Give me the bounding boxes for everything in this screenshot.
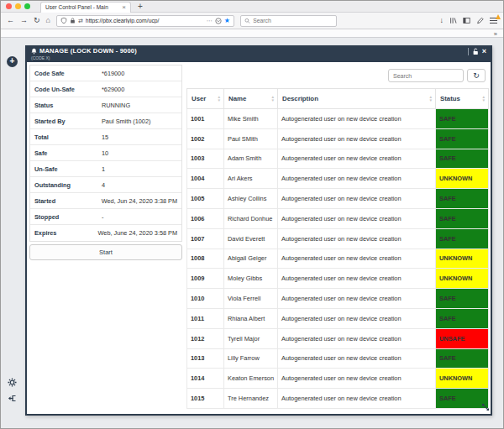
status-badge: UNSAFE bbox=[436, 328, 489, 348]
menu-icon[interactable] bbox=[490, 17, 497, 24]
table-row[interactable]: 1008Abigail GeigerAutogenerated user on … bbox=[187, 249, 489, 269]
info-label: Code Safe bbox=[34, 70, 102, 77]
description-cell: Autogenerated user on new device creatio… bbox=[278, 328, 436, 348]
column-header-name[interactable]: Name▲▼ bbox=[224, 89, 278, 109]
panel-header: MANAGE (LOCK DOWN - 9000) (CODE X) × bbox=[27, 45, 491, 62]
panel-close-icon[interactable]: × bbox=[482, 48, 486, 55]
tab-close-icon[interactable]: × bbox=[122, 3, 126, 11]
info-row: Started ByPaul Smith (1002) bbox=[30, 113, 181, 129]
description-cell: Autogenerated user on new device creatio… bbox=[278, 389, 436, 409]
user-cell: 1010 bbox=[187, 289, 224, 309]
info-label: Stopped bbox=[34, 213, 102, 221]
user-cell: 1007 bbox=[187, 228, 224, 249]
reload-button[interactable]: ↻ bbox=[34, 17, 40, 24]
status-badge: UNKNOWN bbox=[436, 369, 489, 389]
close-window-button[interactable] bbox=[6, 3, 12, 9]
user-status-table: User▲▼Name▲▼Description▲▼Status▲▼ 1001Mi… bbox=[186, 88, 489, 409]
status-badge: SAFE bbox=[436, 109, 489, 129]
name-cell: Tyrell Major bbox=[224, 328, 278, 348]
logout-icon[interactable] bbox=[8, 391, 17, 406]
info-label: Status bbox=[34, 102, 102, 109]
name-cell: Ashley Collins bbox=[224, 189, 278, 209]
back-button[interactable]: ← bbox=[7, 17, 14, 24]
bookmark-star-icon[interactable]: ★ bbox=[224, 18, 230, 24]
downloads-icon[interactable]: ↓ bbox=[440, 17, 444, 24]
pocket-icon[interactable] bbox=[215, 18, 222, 24]
column-header-status[interactable]: Status▲▼ bbox=[436, 89, 489, 109]
window-controls bbox=[6, 3, 30, 9]
status-badge: SAFE bbox=[436, 348, 489, 369]
table-row[interactable]: 1012Tyrell MajorAutogenerated user on ne… bbox=[187, 328, 489, 348]
info-row: Safe10 bbox=[30, 145, 181, 161]
sort-down-arrow: ▼ bbox=[428, 99, 433, 102]
info-label: Code Un-Safe bbox=[34, 86, 102, 93]
table-row[interactable]: 1014Keaton EmersonAutogenerated user on … bbox=[187, 369, 489, 389]
library-icon[interactable] bbox=[449, 17, 457, 24]
forward-button[interactable]: → bbox=[20, 17, 28, 24]
permissions-icon[interactable]: ⇄ bbox=[78, 18, 83, 24]
browser-tab[interactable]: User Control Panel - Main × bbox=[40, 2, 131, 13]
table-row[interactable]: 1009Moley GibbsAutogenerated user on new… bbox=[187, 269, 489, 289]
add-widget-button[interactable]: + bbox=[7, 56, 18, 67]
table-row[interactable]: 1011Rhiana AlbertAutogenerated user on n… bbox=[187, 308, 489, 328]
status-badge: SAFE bbox=[436, 289, 489, 309]
new-tab-button[interactable]: + bbox=[138, 3, 143, 11]
table-row[interactable]: 1007David EverettAutogenerated user on n… bbox=[187, 228, 489, 249]
table-row[interactable]: 1010Viola FerrellAutogenerated user on n… bbox=[187, 289, 489, 309]
name-cell: Moley Gibbs bbox=[224, 269, 278, 289]
info-row: Code Safe*619000 bbox=[30, 65, 181, 81]
user-cell: 1013 bbox=[187, 348, 224, 369]
resize-handle-icon[interactable] bbox=[480, 400, 491, 416]
info-value: RUNNING bbox=[102, 102, 130, 109]
page-actions-icon[interactable]: ⋯ bbox=[207, 18, 213, 24]
home-button[interactable]: ⌂ bbox=[46, 17, 50, 24]
name-cell: Paul SMith bbox=[224, 128, 278, 149]
menu-warning-badge-icon bbox=[496, 14, 501, 19]
status-badge: SAFE bbox=[436, 208, 489, 228]
pen-icon[interactable] bbox=[476, 17, 484, 24]
status-badge: SAFE bbox=[436, 128, 489, 149]
table-row[interactable]: 1002Paul SMithAutogenerated user on new … bbox=[187, 128, 489, 149]
column-header-user[interactable]: User▲▼ bbox=[187, 89, 224, 109]
user-cell: 1004 bbox=[187, 169, 224, 189]
description-cell: Autogenerated user on new device creatio… bbox=[278, 348, 436, 369]
table-row[interactable]: 1015Tre HernandezAutogenerated user on n… bbox=[187, 389, 489, 409]
lockdown-info-table: Code Safe*619000Code Un-Safe*629000Statu… bbox=[29, 65, 182, 242]
bell-icon bbox=[31, 48, 37, 55]
browser-search-input[interactable] bbox=[253, 18, 333, 24]
info-row: StatusRUNNING bbox=[30, 97, 181, 113]
column-header-description[interactable]: Description▲▼ bbox=[278, 89, 436, 109]
panel-title: MANAGE (LOCK DOWN - 9000) bbox=[39, 47, 137, 55]
unlock-icon[interactable] bbox=[472, 48, 479, 55]
overflow-chevrons-icon[interactable]: » bbox=[494, 30, 497, 38]
url-text[interactable]: https://pbx.clearlyip.com/ucp/ bbox=[86, 18, 204, 24]
sidebar-toggle-icon[interactable] bbox=[463, 17, 470, 24]
browser-search-box[interactable] bbox=[240, 15, 337, 27]
table-search-input[interactable] bbox=[388, 69, 464, 82]
table-row[interactable]: 1005Ashley CollinsAutogenerated user on … bbox=[187, 189, 489, 209]
url-bar[interactable]: ⇄ https://pbx.clearlyip.com/ucp/ ⋯ ★ bbox=[56, 15, 234, 27]
name-cell: David Everett bbox=[224, 228, 278, 249]
description-cell: Autogenerated user on new device creatio… bbox=[278, 289, 436, 309]
minimize-window-button[interactable] bbox=[15, 3, 21, 9]
info-label: Un-Safe bbox=[34, 165, 102, 173]
table-row[interactable]: 1001Mike SmithAutogenerated user on new … bbox=[187, 109, 489, 129]
table-row[interactable]: 1004Ari AkersAutogenerated user on new d… bbox=[187, 169, 489, 189]
status-badge: UNKNOWN bbox=[436, 269, 489, 289]
manage-lockdown-panel: MANAGE (LOCK DOWN - 9000) (CODE X) × Cod… bbox=[25, 45, 492, 416]
info-value: 1 bbox=[102, 165, 105, 173]
shield-icon[interactable] bbox=[60, 17, 67, 24]
maximize-window-button[interactable] bbox=[24, 3, 30, 9]
start-button[interactable]: Start bbox=[29, 244, 182, 260]
table-row[interactable]: 1013Lilly FarrowAutogenerated user on ne… bbox=[187, 348, 489, 369]
info-label: Expires bbox=[34, 229, 98, 237]
info-row: StartedWed, Jun 24, 2020 3:38 PM bbox=[30, 193, 181, 209]
settings-gear-icon[interactable] bbox=[8, 375, 17, 390]
refresh-button[interactable]: ↻ bbox=[467, 69, 486, 82]
info-value: Web, June 24, 2020 3:58 PM bbox=[98, 229, 177, 237]
table-header-row: User▲▼Name▲▼Description▲▼Status▲▼ bbox=[187, 89, 489, 109]
sort-down-arrow: ▼ bbox=[481, 99, 486, 102]
sort-down-arrow: ▼ bbox=[270, 99, 275, 102]
table-row[interactable]: 1006Richard DonhueAutogenerated user on … bbox=[187, 208, 489, 228]
table-row[interactable]: 1003Adam SmithAutogenerated user on new … bbox=[187, 149, 489, 169]
